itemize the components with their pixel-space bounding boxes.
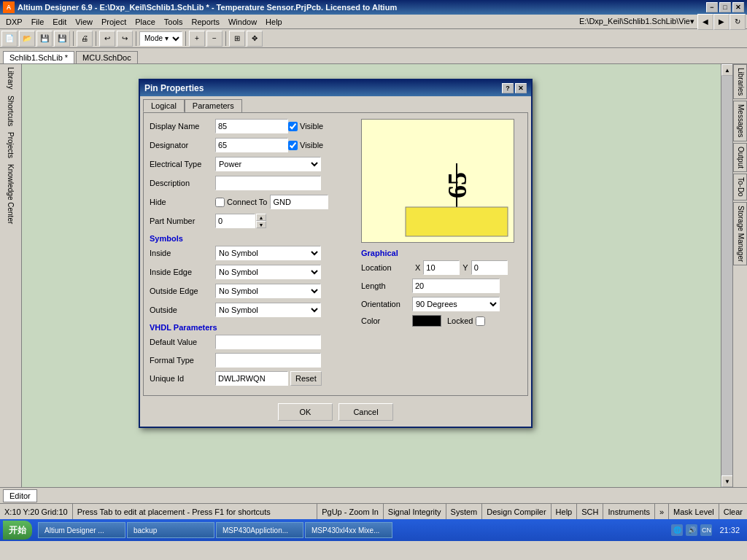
scroll-up-button[interactable]: ▲ (721, 64, 733, 76)
right-tab-messages[interactable]: Messages (733, 101, 747, 141)
clear-label[interactable]: Clear (724, 508, 743, 516)
redo-button[interactable]: ↪ (117, 31, 133, 47)
spinner-down[interactable]: ▼ (256, 221, 266, 228)
svg-text:65: 65 (443, 172, 472, 198)
left-panel-projects[interactable]: Projects (5, 129, 16, 161)
signal-integrity-section[interactable]: Signal Integrity (384, 504, 446, 519)
color-swatch[interactable] (412, 315, 441, 327)
maximize-button[interactable]: □ (719, 2, 731, 12)
inside-edge-dropdown[interactable]: No Symbol Clock (215, 265, 321, 279)
x-label: X (415, 263, 420, 272)
connect-to-input[interactable] (270, 195, 328, 209)
close-button[interactable]: ✕ (732, 2, 744, 12)
taskbar-msp430app[interactable]: MSP430Appliction... (216, 522, 303, 538)
menu-file[interactable]: File (27, 16, 49, 28)
menu-project[interactable]: Project (97, 16, 131, 28)
form-left: Display Name Visible Designator Visible (150, 119, 355, 389)
address-bar: E:\Dxp_Keil\Schlib1.SchLib\Vie▾ (576, 17, 697, 26)
taskbar-backup[interactable]: backup (127, 522, 214, 538)
pan-button[interactable]: ✥ (247, 31, 263, 47)
location-y-input[interactable] (471, 260, 508, 275)
tab-logical[interactable]: Logical (143, 99, 185, 112)
hide-check[interactable] (215, 198, 225, 207)
forward-button[interactable]: ▶ (713, 14, 729, 30)
menu-place[interactable]: Place (131, 16, 160, 28)
right-tab-libraries[interactable]: Libraries (733, 64, 747, 99)
coords-section: X:10 Y:20 Grid:10 (0, 504, 73, 519)
dialog-close-button[interactable]: ✕ (515, 83, 527, 93)
menu-window[interactable]: Window (224, 16, 261, 28)
default-value-input[interactable] (215, 335, 321, 349)
save-all-button[interactable]: 💾 (54, 31, 70, 47)
back-button[interactable]: ◀ (697, 14, 713, 30)
refresh-button[interactable]: ↻ (729, 14, 746, 30)
right-tab-output[interactable]: Output (733, 143, 747, 172)
reset-button[interactable]: Reset (290, 371, 322, 386)
grid-button[interactable]: ⊞ (229, 31, 245, 47)
more-section[interactable]: » (655, 504, 669, 519)
right-tab-storage[interactable]: Storage Manager (733, 202, 747, 265)
part-number-input[interactable] (215, 214, 255, 228)
spinner-up[interactable]: ▲ (256, 214, 266, 221)
dialog-overlay: Pin Properties ? ✕ Logical Parameters (22, 64, 721, 487)
formal-type-input[interactable] (215, 353, 321, 368)
taskbar-msp430mix[interactable]: MSP430xl4xx Mixe... (305, 522, 392, 538)
save-button[interactable]: 💾 (36, 31, 53, 47)
tab-schlib[interactable]: Schlib1.SchLib * (3, 51, 74, 63)
cancel-button[interactable]: Cancel (338, 403, 393, 421)
inside-dropdown[interactable]: No Symbol Dot Clock (215, 246, 321, 260)
taskbar-altium[interactable]: Altium Designer ... (38, 522, 125, 538)
open-button[interactable]: 📂 (19, 31, 35, 47)
menu-view[interactable]: View (71, 16, 97, 28)
unique-id-input[interactable] (215, 371, 288, 386)
minimize-button[interactable]: − (706, 2, 718, 12)
undo-button[interactable]: ↩ (99, 31, 115, 47)
toolbar-sep3 (136, 31, 136, 46)
tab-mcu[interactable]: MCU.SchDoc (76, 51, 138, 63)
designator-label: Designator (150, 141, 215, 149)
right-tab-todo[interactable]: To-Do (733, 174, 747, 201)
help-section[interactable]: Help (551, 504, 578, 519)
ok-button[interactable]: OK (278, 403, 333, 421)
outside-edge-dropdown[interactable]: No Symbol Dot (215, 284, 321, 298)
electrical-type-dropdown[interactable]: Power Input I/O Output Passive (215, 157, 321, 171)
instruments-section[interactable]: Instruments (603, 504, 654, 519)
clear-section[interactable]: Clear (719, 504, 747, 519)
locked-checkbox[interactable] (476, 316, 485, 326)
orientation-dropdown[interactable]: 90 Degrees 0 Degrees 180 Degrees 270 Deg… (412, 297, 500, 311)
menu-dxp[interactable]: DXP (1, 16, 27, 28)
outside-dropdown[interactable]: No Symbol (215, 303, 321, 317)
dialog-help-button[interactable]: ? (502, 83, 514, 93)
menu-help[interactable]: Help (261, 16, 287, 28)
display-name-visible-check[interactable] (288, 122, 298, 131)
left-panel-library[interactable]: Library (5, 64, 16, 93)
main-area: Library Shortcuts Projects Knowledge Cen… (0, 64, 747, 487)
left-panel-knowledge[interactable]: Knowledge Center (5, 161, 16, 227)
description-input[interactable] (215, 176, 321, 190)
scroll-track[interactable] (721, 76, 732, 475)
menu-tools[interactable]: Tools (160, 16, 187, 28)
start-button[interactable]: 开始 (3, 521, 32, 540)
new-button[interactable]: 📄 (1, 31, 18, 47)
mode-dropdown[interactable]: Mode ▾ (139, 31, 182, 46)
left-panel-shortcuts[interactable]: Shortcuts (5, 93, 16, 129)
pin-preview-svg: 65 (362, 120, 514, 243)
length-input[interactable] (412, 279, 500, 293)
design-compiler-section[interactable]: Design Compiler (482, 504, 551, 519)
bottom-tab-editor[interactable]: Editor (3, 489, 37, 502)
designator-input[interactable] (215, 138, 288, 152)
zoom-out-button[interactable]: − (206, 31, 222, 47)
system-section[interactable]: System (446, 504, 483, 519)
location-x-input[interactable] (423, 260, 460, 275)
scroll-down-button[interactable]: ▼ (721, 475, 733, 487)
display-name-input[interactable] (215, 119, 288, 133)
sch-section[interactable]: SCH (577, 504, 603, 519)
menu-edit[interactable]: Edit (48, 16, 71, 28)
menu-reports[interactable]: Reports (187, 16, 224, 28)
print-button[interactable]: 🖨 (77, 31, 93, 47)
zoom-in-button[interactable]: + (189, 31, 205, 47)
mask-level-section: Mask Level (669, 504, 719, 519)
designator-visible-check[interactable] (288, 141, 298, 150)
part-number-spinner: ▲ ▼ (215, 214, 266, 228)
tab-parameters[interactable]: Parameters (185, 99, 242, 112)
